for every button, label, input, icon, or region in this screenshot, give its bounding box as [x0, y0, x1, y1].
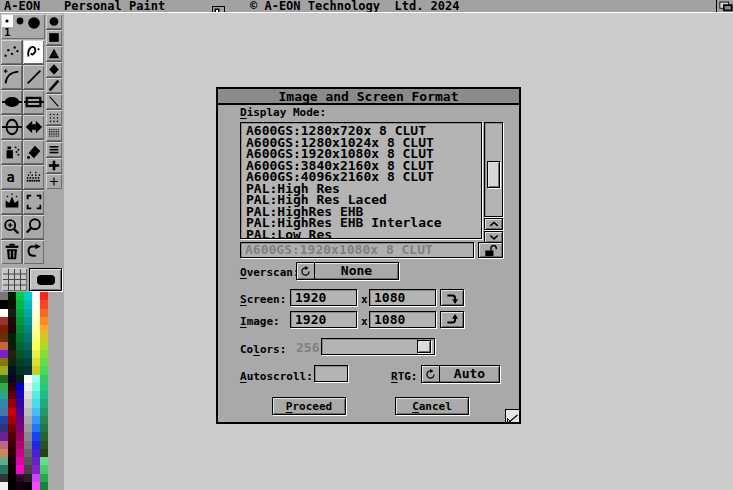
- palette-swatch[interactable]: [16, 375, 24, 383]
- palette-swatch[interactable]: [0, 342, 8, 350]
- screen-width-field[interactable]: 1920: [290, 289, 357, 306]
- palette-swatch[interactable]: [8, 399, 16, 407]
- ellipse-tool[interactable]: [1, 90, 22, 114]
- plus-brush[interactable]: [46, 174, 62, 189]
- fill-tool[interactable]: [23, 140, 44, 164]
- polygon-tool[interactable]: [23, 115, 44, 139]
- palette-swatch[interactable]: [40, 317, 48, 325]
- palette-swatch[interactable]: [24, 375, 32, 383]
- palette-swatch[interactable]: [0, 465, 8, 473]
- palette-swatch[interactable]: [24, 300, 32, 308]
- palette-swatch[interactable]: [32, 391, 40, 399]
- palette-swatch[interactable]: [0, 457, 8, 465]
- palette-swatch[interactable]: [40, 333, 48, 341]
- palette-swatch[interactable]: [24, 408, 32, 416]
- palette-swatch[interactable]: [40, 408, 48, 416]
- palette-swatch[interactable]: [40, 309, 48, 317]
- palette-swatch[interactable]: [32, 317, 40, 325]
- palette-swatch[interactable]: [40, 399, 48, 407]
- palette-swatch[interactable]: [40, 441, 48, 449]
- palette-swatch[interactable]: [32, 399, 40, 407]
- palette-swatch[interactable]: [24, 449, 32, 457]
- palette-swatch[interactable]: [40, 292, 48, 300]
- palette-swatch[interactable]: [24, 416, 32, 424]
- palette-swatch[interactable]: [32, 350, 40, 358]
- proceed-button[interactable]: Proceed: [272, 397, 346, 415]
- palette-swatch[interactable]: [8, 449, 16, 457]
- palette-swatch[interactable]: [40, 358, 48, 366]
- palette-swatch[interactable]: [0, 317, 8, 325]
- palette-swatch[interactable]: [8, 432, 16, 440]
- palette-swatch[interactable]: [8, 350, 16, 358]
- cross-brush[interactable]: [46, 158, 62, 173]
- autoscroll-field[interactable]: [314, 365, 348, 382]
- palette-swatch[interactable]: [40, 383, 48, 391]
- palette-swatch[interactable]: [8, 317, 16, 325]
- palette-swatch[interactable]: [0, 325, 8, 333]
- palette-swatch[interactable]: [24, 391, 32, 399]
- line-tool[interactable]: [23, 65, 44, 89]
- palette-swatch[interactable]: [40, 482, 48, 490]
- palette-swatch[interactable]: [24, 325, 32, 333]
- palette-swatch[interactable]: [24, 383, 32, 391]
- palette-swatch[interactable]: [24, 399, 32, 407]
- triangle-brush[interactable]: [46, 46, 62, 61]
- palette-swatch[interactable]: [16, 358, 24, 366]
- lines-brush[interactable]: [46, 142, 62, 157]
- palette-swatch[interactable]: [40, 424, 48, 432]
- palette-swatch[interactable]: [8, 474, 16, 482]
- mode-item[interactable]: PAL:Low Res: [241, 229, 481, 240]
- palette-swatch[interactable]: [16, 350, 24, 358]
- palette-swatch[interactable]: [32, 482, 40, 490]
- brush-size-selector[interactable]: 1: [1, 14, 45, 39]
- palette-swatch[interactable]: [16, 300, 24, 308]
- overscan-cycle[interactable]: None: [296, 262, 399, 280]
- colors-slider[interactable]: [321, 338, 435, 355]
- palette-swatch[interactable]: [32, 474, 40, 482]
- palette-swatch[interactable]: [8, 408, 16, 416]
- resize-handle-icon[interactable]: [505, 409, 519, 422]
- palette-swatch[interactable]: [8, 482, 16, 490]
- diamond-brush[interactable]: [46, 62, 62, 77]
- palette-swatch[interactable]: [24, 342, 32, 350]
- palette-swatch[interactable]: [32, 309, 40, 317]
- text-tool[interactable]: a: [1, 165, 22, 189]
- palette-swatch[interactable]: [8, 441, 16, 449]
- screen-depth-icon[interactable]: [719, 0, 733, 12]
- palette-swatch[interactable]: [0, 416, 8, 424]
- palette-swatch[interactable]: [32, 432, 40, 440]
- palette-swatch[interactable]: [40, 474, 48, 482]
- palette-swatch[interactable]: [32, 383, 40, 391]
- palette-swatch[interactable]: [0, 482, 8, 490]
- palette-swatch[interactable]: [16, 366, 24, 374]
- gradient-tool[interactable]: [23, 165, 44, 189]
- palette-swatch[interactable]: [32, 342, 40, 350]
- circle-tool[interactable]: [1, 115, 22, 139]
- palette-swatch[interactable]: [0, 474, 8, 482]
- palette-swatch[interactable]: [16, 474, 24, 482]
- palette-swatch[interactable]: [24, 482, 32, 490]
- smear-tool[interactable]: [1, 190, 22, 214]
- palette-swatch[interactable]: [0, 391, 8, 399]
- palette-swatch[interactable]: [32, 333, 40, 341]
- palette-swatch[interactable]: [8, 465, 16, 473]
- backslash-brush[interactable]: [46, 94, 62, 109]
- palette-swatch[interactable]: [40, 342, 48, 350]
- palette-swatch[interactable]: [16, 399, 24, 407]
- palette-swatch[interactable]: [32, 457, 40, 465]
- palette-swatch[interactable]: [16, 432, 24, 440]
- palette-swatch[interactable]: [40, 465, 48, 473]
- sparse-dots-brush[interactable]: [46, 110, 62, 125]
- palette-swatch[interactable]: [0, 292, 8, 300]
- palette-swatch[interactable]: [8, 342, 16, 350]
- palette-swatch[interactable]: [32, 375, 40, 383]
- palette-swatch[interactable]: [16, 309, 24, 317]
- palette-swatch[interactable]: [0, 441, 8, 449]
- palette-swatch[interactable]: [24, 424, 32, 432]
- palette-swatch[interactable]: [8, 416, 16, 424]
- palette-swatch[interactable]: [16, 325, 24, 333]
- palette-swatch[interactable]: [16, 391, 24, 399]
- lock-button[interactable]: [478, 242, 503, 258]
- rtg-cycle[interactable]: Auto: [421, 365, 500, 383]
- display-mode-list[interactable]: A600GS:1280x720x 8 CLUTA600GS:1280x1024x…: [240, 122, 482, 239]
